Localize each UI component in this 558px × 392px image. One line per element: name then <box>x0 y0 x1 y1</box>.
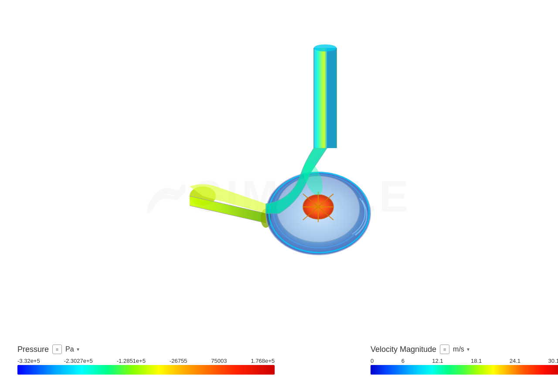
svg-point-15 <box>314 44 337 51</box>
cfd-model <box>131 44 436 305</box>
cfd-viewport <box>0 0 558 392</box>
cfd-simulation-svg <box>131 44 436 296</box>
